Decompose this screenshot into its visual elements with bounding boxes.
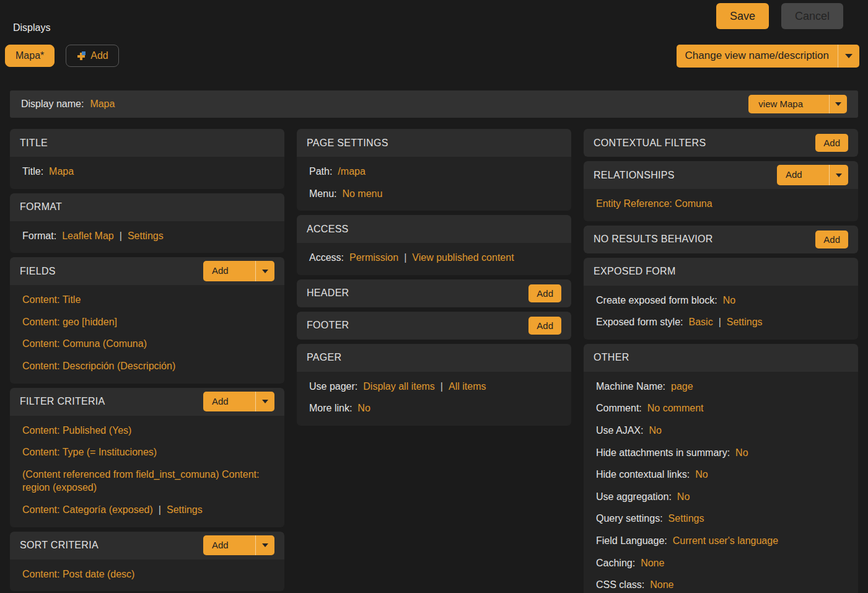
- row-link-mapa[interactable]: /mapa: [338, 166, 365, 177]
- section-body-access: Access:Permission|View published content: [297, 243, 571, 275]
- row-link-settings[interactable]: Settings: [128, 231, 164, 241]
- row-link-settings[interactable]: Settings: [669, 513, 704, 524]
- row-link-current-user-s-language[interactable]: Current user's language: [673, 535, 778, 546]
- change-view-dropdown[interactable]: Change view name/description: [677, 45, 859, 68]
- settings-row: Hide contextual links:No: [584, 463, 858, 486]
- row-link-settings[interactable]: Settings: [167, 504, 203, 515]
- row-link-leaflet-map[interactable]: Leaflet Map: [62, 231, 114, 241]
- section-relationships: RELATIONSHIPSAddEntity Reference: Comuna: [584, 161, 858, 221]
- section-body-pager: Use pager:Display all items|All itemsMor…: [297, 372, 571, 426]
- settings-row: Use AJAX:No: [584, 419, 858, 442]
- section-no-results-behavior: NO RESULTS BEHAVIORAdd: [584, 226, 858, 253]
- section-header-relationships: RELATIONSHIPSAdd: [584, 161, 858, 189]
- row-link-permission[interactable]: Permission: [349, 252, 398, 263]
- column-2: PAGE SETTINGSPath:/mapaMenu:No menuACCES…: [297, 129, 571, 426]
- views-settings-columns: TITLETitle:MapaFORMATFormat:Leaflet Map|…: [10, 129, 858, 593]
- display-tabs: Mapa* Add: [5, 45, 119, 67]
- section-sort-criteria: SORT CRITERIAAddContent: Post date (desc…: [10, 532, 284, 592]
- row-link-no[interactable]: No: [677, 491, 690, 502]
- add-button-label: Add: [203, 261, 255, 281]
- row-link-basic[interactable]: Basic: [689, 317, 713, 327]
- row-label: Access:: [309, 252, 344, 263]
- section-other: OTHERMachine Name:pageComment:No comment…: [584, 344, 858, 593]
- section-header-sort-criteria: SORT CRITERIAAdd: [10, 532, 284, 560]
- add-button-fields[interactable]: Add: [203, 261, 274, 281]
- section-title: FILTER CRITERIA: [20, 396, 105, 407]
- row-link-no-comment[interactable]: No comment: [647, 403, 704, 413]
- section-title: NO RESULTS BEHAVIOR: [594, 234, 713, 245]
- separator: |: [120, 231, 122, 241]
- row-link-none[interactable]: None: [641, 558, 664, 568]
- separator: |: [404, 252, 406, 263]
- row-link-content-descripci-n-descripci-n[interactable]: Content: Descripción (Descripción): [22, 361, 175, 371]
- row-link-content-post-date-desc[interactable]: Content: Post date (desc): [22, 569, 134, 579]
- separator: |: [441, 381, 443, 392]
- settings-row: Create exposed form block:No: [584, 289, 858, 312]
- row-link-no[interactable]: No: [357, 403, 370, 413]
- row-link-entity-reference-comuna[interactable]: Entity Reference: Comuna: [596, 198, 712, 209]
- row-label: Path:: [309, 166, 332, 177]
- display-name-link[interactable]: Mapa: [90, 99, 115, 110]
- section-fields: FIELDSAddContent: TitleContent: geo [hid…: [10, 257, 284, 383]
- settings-row: Access:Permission|View published content: [297, 247, 571, 269]
- row-link-content-categor-a-exposed[interactable]: Content: Categoría (exposed): [22, 504, 153, 515]
- settings-row: Content: Descripción (Descripción): [10, 355, 284, 377]
- add-button-filter-criteria[interactable]: Add: [203, 392, 274, 412]
- section-title: FORMAT: [20, 201, 62, 213]
- section-title: HEADER: [307, 288, 349, 299]
- row-link-no[interactable]: No: [649, 425, 661, 436]
- row-label: Caching:: [596, 558, 635, 568]
- add-button-header[interactable]: Add: [528, 284, 561, 302]
- add-display-button[interactable]: Add: [66, 45, 118, 67]
- section-header-contextual-filters: CONTEXTUAL FILTERSAdd: [584, 129, 858, 157]
- add-button-label: Add: [203, 392, 255, 412]
- row-label: Exposed form style:: [596, 317, 683, 327]
- row-link-content-type-instituciones[interactable]: Content: Type (= Instituciones): [22, 447, 157, 457]
- row-label: Menu:: [309, 188, 336, 199]
- row-label: More link:: [309, 403, 352, 413]
- row-link-content-geo-hidden[interactable]: Content: geo [hidden]: [22, 317, 117, 327]
- row-label: Create exposed form block:: [596, 295, 717, 305]
- row-link-page[interactable]: page: [671, 381, 693, 392]
- settings-row: Path:/mapa: [297, 160, 571, 183]
- add-button-footer[interactable]: Add: [528, 317, 561, 335]
- chevron-down-icon: [255, 261, 274, 281]
- section-body-exposed-form: Create exposed form block:NoExposed form…: [584, 286, 858, 340]
- row-label: Comment:: [596, 403, 642, 413]
- row-link-view-published-content[interactable]: View published content: [412, 252, 514, 263]
- view-display-label: view Mapa: [748, 95, 829, 114]
- row-link-no-menu[interactable]: No menu: [342, 188, 382, 199]
- save-button[interactable]: Save: [716, 3, 769, 29]
- view-display-dropdown[interactable]: view Mapa: [748, 95, 847, 114]
- row-link-content-title[interactable]: Content: Title: [22, 294, 81, 305]
- add-button-contextual-filters[interactable]: Add: [815, 134, 848, 152]
- row-link-no[interactable]: No: [735, 447, 748, 458]
- section-header-filter-criteria: FILTER CRITERIAAdd: [10, 388, 284, 416]
- displays-heading: Displays: [13, 22, 50, 33]
- row-link-content-comuna-comuna[interactable]: Content: Comuna (Comuna): [22, 338, 147, 349]
- settings-row: Field Language:Current user's language: [584, 530, 858, 552]
- add-button-sort-criteria[interactable]: Add: [203, 535, 274, 556]
- section-header-access: ACCESS: [297, 215, 571, 243]
- cancel-button[interactable]: Cancel: [781, 3, 843, 29]
- add-button-no-results-behavior[interactable]: Add: [815, 231, 848, 248]
- add-button-relationships[interactable]: Add: [777, 165, 848, 185]
- row-link-settings[interactable]: Settings: [727, 317, 763, 327]
- section-body-title: Title:Mapa: [10, 157, 284, 189]
- section-title: TITLETitle:Mapa: [10, 129, 284, 189]
- separator: |: [159, 504, 161, 515]
- section-format: FORMATFormat:Leaflet Map|Settings: [10, 193, 284, 253]
- row-link-content-referenced-from-field-inst-comun[interactable]: (Content referenced from field_inst_comu…: [22, 469, 259, 493]
- row-link-mapa[interactable]: Mapa: [49, 166, 74, 177]
- row-link-no[interactable]: No: [695, 469, 708, 480]
- row-link-content-published-yes[interactable]: Content: Published (Yes): [22, 425, 131, 436]
- settings-row: Content: Categoría (exposed)|Settings: [10, 499, 284, 521]
- row-link-display-all-items[interactable]: Display all items: [363, 381, 435, 392]
- row-link-none[interactable]: None: [650, 579, 673, 590]
- row-link-no[interactable]: No: [723, 295, 735, 305]
- display-tab-mapa[interactable]: Mapa*: [5, 45, 55, 67]
- settings-row: Format:Leaflet Map|Settings: [10, 225, 284, 247]
- settings-row: Title:Mapa: [10, 160, 284, 183]
- row-link-all-items[interactable]: All items: [449, 381, 486, 392]
- settings-row: Content: Comuna (Comuna): [10, 333, 284, 355]
